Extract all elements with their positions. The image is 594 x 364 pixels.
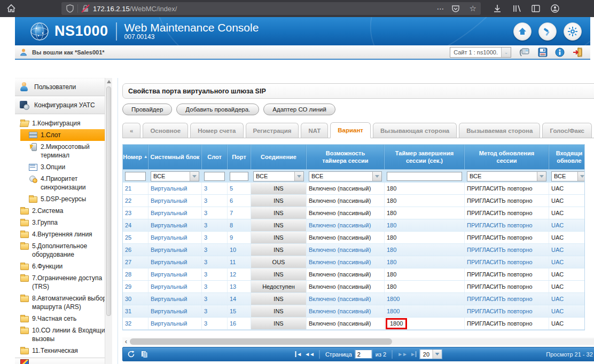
site-selector[interactable]: Сайт 1 : ns1000. ⌄ bbox=[450, 47, 511, 58]
filter-input-6[interactable] bbox=[387, 172, 462, 181]
table-row-26[interactable]: 26Виртуальный310INSВключено (пассивный)1… bbox=[123, 244, 584, 256]
table-row-31[interactable]: 31Виртуальный315INSВключено (пассивный)1… bbox=[123, 305, 584, 318]
column-header-8[interactable]: Входящи обновле bbox=[549, 145, 585, 169]
scroll-left-arrow-icon[interactable]: ‹ bbox=[122, 338, 130, 345]
page-actions-icon[interactable]: ⋯ bbox=[437, 4, 445, 13]
table-row-22[interactable]: 22Виртуальный36INSВключено (пассивный)18… bbox=[123, 195, 584, 207]
sidebar-item-1[interactable]: 1.Слот bbox=[20, 129, 105, 141]
sidebar-item-0[interactable]: 1.Конфигурация bbox=[20, 117, 112, 129]
hscroll-thumb[interactable] bbox=[130, 338, 392, 345]
page-number-input[interactable] bbox=[355, 350, 372, 359]
tab-6[interactable]: Вызывающая сторона bbox=[373, 123, 457, 138]
first-page-button[interactable]: ◄ bbox=[295, 351, 301, 357]
connection-status-button[interactable]: INS bbox=[251, 244, 306, 256]
action-button-2[interactable]: Адаптер СО линий bbox=[263, 104, 335, 115]
filter-select-7[interactable]: ВСЕ bbox=[467, 171, 546, 181]
sidebar-item-13[interactable]: 9.Частная сеть bbox=[20, 313, 112, 325]
horizontal-scrollbar[interactable]: ‹ › bbox=[122, 337, 594, 346]
tab-7[interactable]: Вызываемая сторона bbox=[459, 123, 540, 138]
sidebar-section-0[interactable]: Пользователи bbox=[15, 78, 112, 96]
download-icon[interactable] bbox=[493, 4, 502, 13]
scrollbar-thumb[interactable] bbox=[106, 86, 111, 316]
connection-status-button[interactable]: INS bbox=[251, 183, 306, 194]
filter-select-8[interactable]: ВСЕ bbox=[551, 171, 585, 181]
library-icon[interactable] bbox=[512, 4, 521, 13]
action-button-1[interactable]: Добавить провайдера. bbox=[176, 104, 259, 115]
connection-status-button[interactable]: INS bbox=[251, 195, 306, 207]
table-row-29[interactable]: 29Виртуальный313НедоступенВключено (пасс… bbox=[123, 281, 584, 293]
connection-status-button[interactable]: INS bbox=[251, 232, 306, 243]
sidebar-item-8[interactable]: 4.Внутренняя линия bbox=[20, 228, 112, 240]
insecure-lock-icon[interactable] bbox=[81, 4, 90, 13]
action-button-0[interactable]: Провайдер bbox=[122, 104, 172, 115]
table-row-25[interactable]: 25Виртуальный39INSВключено (пассивный)18… bbox=[123, 232, 584, 244]
hscroll-track[interactable] bbox=[130, 338, 594, 345]
column-header-1[interactable]: Системный блок bbox=[148, 145, 202, 169]
column-header-7[interactable]: Метод обновления сессии bbox=[465, 145, 549, 169]
filter-select-4[interactable]: ВСЕ bbox=[253, 171, 304, 181]
sidebar-item-7[interactable]: 3.Группа bbox=[20, 217, 112, 228]
sidebar-item-2[interactable]: 2.Микросотовый терминал bbox=[20, 141, 112, 161]
address-bar[interactable]: 172.16.2.15/WebMC/index/ ⋯ ☆ bbox=[61, 2, 481, 15]
column-header-2[interactable]: Слот bbox=[202, 145, 228, 169]
page-size-select[interactable]: 20 bbox=[420, 349, 442, 359]
column-header-6[interactable]: Таймер завершения сессии (сек.) bbox=[385, 145, 465, 169]
sidebar-toggle-icon[interactable] bbox=[531, 4, 541, 13]
bookmark-star-icon[interactable]: ☆ bbox=[470, 4, 476, 13]
sidebar-item-12[interactable]: 8.Автоматический выбор маршрута (ARS) bbox=[20, 292, 112, 313]
filter-input-0[interactable] bbox=[125, 172, 146, 181]
tab-2[interactable]: Номер счета bbox=[190, 123, 243, 138]
connection-status-button[interactable]: INS bbox=[251, 219, 306, 231]
tab-0[interactable]: « bbox=[122, 123, 140, 138]
table-row-27[interactable]: 27Виртуальный311OUSВключено (пассивный)1… bbox=[123, 256, 584, 268]
pocket-icon[interactable] bbox=[451, 4, 460, 13]
sidebar-section-1[interactable]: Конфигурация УАТС bbox=[15, 96, 112, 114]
filter-input-2[interactable] bbox=[204, 172, 225, 181]
table-row-28[interactable]: 28Виртуальный312INSВключено (пассивный)1… bbox=[123, 268, 584, 281]
column-header-3[interactable]: Порт bbox=[228, 145, 251, 169]
sidebar-item-10[interactable]: 6.Функции bbox=[20, 260, 112, 272]
next-page-button[interactable]: ►► bbox=[397, 351, 407, 357]
phone-icon[interactable] bbox=[519, 48, 530, 57]
filter-select-5[interactable]: ВСЕ bbox=[309, 171, 382, 181]
home-icon[interactable] bbox=[6, 4, 16, 13]
last-page-button[interactable]: ► bbox=[410, 351, 417, 357]
sidebar-item-11[interactable]: 7.Ограничение доступа (TRS) bbox=[20, 272, 112, 292]
table-row-32[interactable]: 32Виртуальный316INSВключено (пассивный)1… bbox=[123, 318, 584, 330]
connection-status-button[interactable]: INS bbox=[251, 207, 306, 219]
shield-icon[interactable] bbox=[66, 4, 74, 13]
connection-status-button[interactable]: INS bbox=[251, 268, 306, 280]
refresh-icon[interactable] bbox=[127, 350, 135, 358]
connection-status-button[interactable]: INS bbox=[251, 318, 306, 329]
tab-4[interactable]: NAT bbox=[301, 123, 328, 138]
table-row-24[interactable]: 24Виртуальный38INSВключено (пассивный)18… bbox=[123, 219, 584, 232]
connection-status-button[interactable]: OUS bbox=[251, 256, 306, 268]
column-header-0[interactable]: Номер▲ bbox=[123, 145, 148, 169]
filter-select-1[interactable]: ВСЕ bbox=[151, 171, 199, 181]
account-icon[interactable] bbox=[550, 4, 560, 13]
info-icon[interactable] bbox=[555, 48, 565, 57]
table-row-30[interactable]: 30Виртуальный314INSВключено (пассивный)1… bbox=[123, 293, 584, 305]
table-row-21[interactable]: 21Виртуальный35INSВключено (пассивный)18… bbox=[123, 183, 584, 195]
logout-icon[interactable] bbox=[572, 48, 583, 57]
connection-status-button[interactable]: INS bbox=[251, 305, 306, 317]
tab-3[interactable]: Регистрация bbox=[246, 123, 299, 138]
url-text[interactable]: 172.16.2.15/WebMC/index/ bbox=[93, 5, 177, 13]
sidebar-item-14[interactable]: 10.СО линии & Входящие вызовы bbox=[20, 325, 112, 345]
tab-8[interactable]: Голос/Факс bbox=[542, 123, 592, 138]
table-row-23[interactable]: 23Виртуальный37INSВключено (пассивный)18… bbox=[123, 207, 584, 219]
sidebar-item-3[interactable]: 3.Опции bbox=[20, 161, 112, 173]
column-header-4[interactable]: Соединение bbox=[251, 145, 307, 169]
prev-page-button[interactable]: ◄◄ bbox=[304, 351, 314, 357]
save-icon[interactable] bbox=[538, 48, 548, 57]
scroll-up-arrow-icon[interactable] bbox=[105, 78, 112, 85]
sidebar-item-9[interactable]: 5.Дополнительное оборудование bbox=[20, 240, 112, 260]
connection-status-button[interactable]: Недоступен bbox=[251, 281, 306, 292]
filter-input-3[interactable] bbox=[230, 172, 248, 181]
sidebar-section-um-clipped[interactable] bbox=[15, 358, 112, 364]
copy-table-icon[interactable] bbox=[140, 350, 148, 358]
connection-status-button[interactable]: INS bbox=[251, 293, 306, 305]
column-header-5[interactable]: Возможность таймера сессии bbox=[307, 145, 385, 169]
sidebar-item-5[interactable]: 5.DSP-ресурсы bbox=[20, 193, 112, 205]
sidebar-scrollbar[interactable] bbox=[105, 78, 112, 364]
